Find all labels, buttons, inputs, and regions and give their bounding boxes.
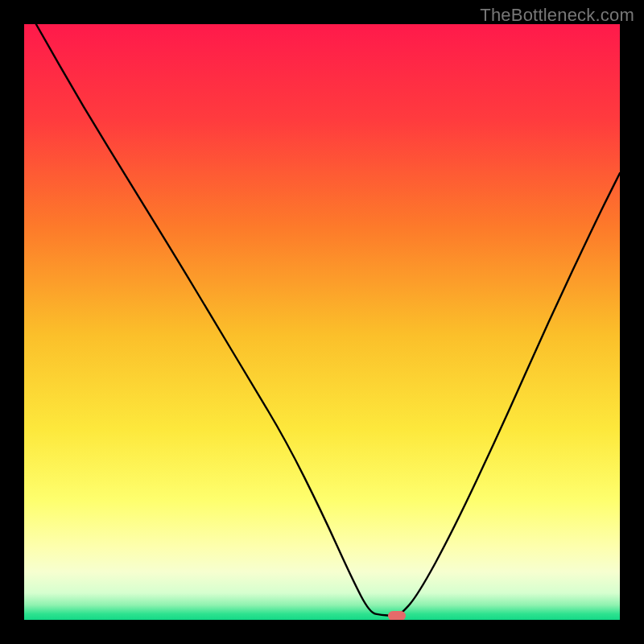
plot-area	[24, 24, 620, 620]
bottleneck-curve	[24, 24, 620, 620]
optimal-marker	[388, 611, 406, 620]
watermark-text: TheBottleneck.com	[480, 5, 634, 26]
chart-frame: TheBottleneck.com	[0, 0, 644, 644]
